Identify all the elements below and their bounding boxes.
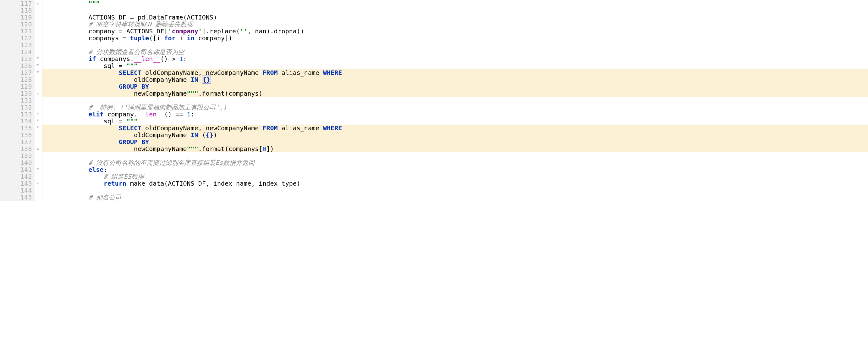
fold-start-icon[interactable] — [36, 168, 40, 172]
code-line[interactable] — [42, 187, 868, 194]
code-line[interactable]: newCompanyName""".format(companys) — [42, 90, 868, 97]
token: __len__ — [138, 111, 164, 118]
line-number[interactable]: 143 — [16, 180, 32, 187]
fold-start-icon[interactable] — [36, 71, 40, 75]
line-number[interactable]: 142 — [16, 173, 32, 180]
token: __len__ — [134, 55, 160, 63]
line-number[interactable]: 118 — [16, 7, 32, 14]
line-number[interactable]: 145 — [16, 194, 32, 201]
token: alias_name — [278, 124, 323, 132]
code-line[interactable]: # 分块数据查看公司名称是否为空 — [42, 49, 868, 55]
token: ( — [198, 131, 206, 139]
line-number[interactable]: 134 — [16, 118, 32, 125]
code-line[interactable] — [42, 152, 868, 159]
line-number[interactable]: 117 — [16, 0, 32, 7]
code-line[interactable] — [42, 7, 868, 14]
code-line[interactable]: # 别名公司 — [42, 194, 868, 201]
code-line[interactable]: company = ACTIONS_DF['company'].replace(… — [42, 28, 868, 35]
token: tuple — [130, 34, 149, 42]
code-line[interactable] — [42, 97, 868, 104]
code-line[interactable]: sql = """ — [42, 118, 868, 125]
line-number[interactable]: 130 — [16, 90, 32, 97]
line-number[interactable]: 133 — [16, 111, 32, 118]
code-line[interactable]: else: — [42, 166, 868, 173]
code-line[interactable]: # 没有公司名称的不需要过滤别名库直接组装Es数据并返回 — [42, 159, 868, 166]
code-line[interactable]: # 将空字符串转换NAN 删除丢失数据 — [42, 21, 868, 28]
line-number[interactable]: 128 — [16, 76, 32, 83]
line-number[interactable]: 119 — [16, 14, 32, 21]
line-number[interactable]: 137 — [16, 139, 32, 145]
code-line[interactable]: GROUP BY — [42, 83, 868, 90]
code-line[interactable]: if companys.__len__() > 1: — [42, 55, 868, 62]
line-number[interactable]: 135 — [16, 125, 32, 132]
token — [198, 76, 202, 83]
code-line[interactable]: SELECT oldCompanyName, newCompanyName FR… — [42, 69, 868, 76]
line-number[interactable]: 136 — [16, 132, 32, 139]
line-number[interactable]: 138 — [16, 145, 32, 152]
token: .format(companys) — [198, 90, 263, 97]
line-number[interactable]: 125 — [16, 55, 32, 62]
line-number[interactable]: 144 — [16, 187, 32, 194]
fold-start-icon[interactable] — [36, 119, 40, 123]
fold-column[interactable] — [35, 0, 42, 201]
code-content: # 分块数据查看公司名称是否为空 — [43, 48, 184, 56]
token: """ — [126, 62, 138, 69]
line-number[interactable]: 120 — [16, 21, 32, 28]
fold-end-icon[interactable] — [36, 147, 40, 151]
code-editor[interactable]: """ ACTIONS_DF = pd.DataFrame(ACTIONS) #… — [42, 0, 868, 201]
token: # 特例: ('满洲里显福肉制品加工有限公司',) — [89, 104, 227, 111]
line-number[interactable]: 140 — [16, 159, 32, 166]
token: : — [183, 55, 187, 63]
token: oldCompanyName — [134, 76, 191, 83]
line-number-gutter[interactable]: 1171181191201211221231241251261271281291… — [16, 0, 35, 201]
line-number[interactable]: 126 — [16, 62, 32, 69]
code-line[interactable]: elif company.__len__() == 1: — [42, 111, 868, 118]
fold-end-icon[interactable] — [36, 181, 40, 185]
line-number[interactable]: 141 — [16, 166, 32, 173]
token: IN — [191, 131, 198, 139]
code-content: """ — [43, 0, 100, 7]
code-content: newCompanyName""".format(companys) — [43, 90, 262, 97]
code-line[interactable]: companys = tuple([i for i in company]) — [42, 35, 868, 41]
line-number[interactable]: 127 — [16, 69, 32, 76]
token: 1 — [180, 55, 183, 63]
line-number[interactable]: 124 — [16, 49, 32, 55]
code-line[interactable]: # 特例: ('满洲里显福肉制品加工有限公司',) — [42, 104, 868, 111]
code-line[interactable]: ACTIONS_DF = pd.DataFrame(ACTIONS) — [42, 14, 868, 21]
token: ].replace( — [202, 27, 240, 35]
code-line[interactable]: sql = """ — [42, 62, 868, 69]
fold-start-icon[interactable] — [36, 57, 40, 61]
code-line[interactable]: return make_data(ACTIONS_DF, index_name,… — [42, 180, 868, 187]
token: companys = — [89, 34, 130, 42]
fold-start-icon[interactable] — [36, 112, 40, 116]
line-number[interactable]: 121 — [16, 28, 32, 35]
token: newCompanyName — [134, 145, 187, 153]
code-line[interactable]: # 组装ES数据 — [42, 173, 868, 180]
code-line[interactable]: newCompanyName""".format(companys[0]) — [42, 145, 868, 152]
line-number[interactable]: 129 — [16, 83, 32, 90]
code-content: else: — [43, 166, 107, 173]
token: FROM — [262, 69, 278, 77]
line-number[interactable]: 131 — [16, 97, 32, 104]
line-number[interactable]: 123 — [16, 41, 32, 49]
code-line[interactable]: """ — [42, 0, 868, 7]
code-line[interactable]: oldCompanyName IN {} — [42, 76, 868, 83]
fold-start-icon[interactable] — [36, 64, 40, 68]
token: 1 — [187, 111, 191, 118]
token: ([i — [149, 34, 164, 42]
code-content: # 特例: ('满洲里显福肉制品加工有限公司',) — [43, 104, 227, 111]
code-content: oldCompanyName IN {} — [43, 76, 211, 83]
code-line[interactable]: SELECT oldCompanyName, newCompanyName FR… — [42, 125, 868, 132]
code-line[interactable]: oldCompanyName IN ({}) — [42, 132, 868, 139]
code-line[interactable] — [42, 41, 868, 49]
fold-start-icon[interactable] — [36, 126, 40, 130]
line-number[interactable]: 122 — [16, 35, 32, 41]
fold-end-icon[interactable] — [36, 2, 40, 5]
line-number[interactable]: 132 — [16, 104, 32, 111]
code-content: oldCompanyName IN ({}) — [43, 131, 217, 139]
left-margin — [0, 0, 16, 201]
code-line[interactable]: GROUP BY — [42, 139, 868, 145]
fold-end-icon[interactable] — [36, 92, 40, 95]
line-number[interactable]: 139 — [16, 152, 32, 159]
code-content: elif company.__len__() == 1: — [43, 111, 194, 118]
